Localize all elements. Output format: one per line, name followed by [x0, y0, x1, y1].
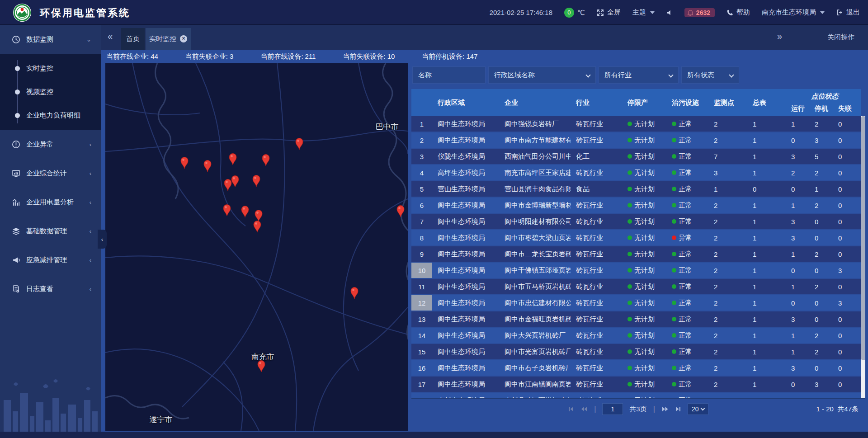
table-row[interactable]: 1阆中生态环境局阆中强锐页岩砖厂砖瓦行业无计划正常21120	[411, 116, 861, 132]
status-select[interactable]: 所有状态	[681, 66, 739, 84]
name-search-input[interactable]: 名称	[412, 66, 486, 84]
map-pin-icon[interactable]	[350, 287, 359, 299]
status-dot-icon	[672, 203, 676, 207]
map-pin-icon[interactable]	[203, 160, 212, 172]
chevron-left-icon: ‹	[90, 286, 91, 292]
map-pin-icon[interactable]	[228, 153, 237, 165]
cell-industry: 砖瓦行业	[571, 279, 622, 294]
cell-run-count: 1	[788, 328, 812, 343]
cell-region: 仪陇生态环境局	[432, 149, 499, 164]
table-row[interactable]: 10阆中生态环境局阆中千佛镇五郎垭页岩砖瓦行业无计划正常21003	[411, 263, 861, 278]
map-pin-icon[interactable]	[295, 137, 304, 150]
sidebar-item-2[interactable]: 企业综合统计‹	[0, 159, 101, 188]
map-pin-icon[interactable]	[222, 204, 231, 217]
map-pin-icon[interactable]	[261, 154, 270, 166]
table-row[interactable]: 18南部生态环境局南部县碑垭页岩机砖有砖瓦行业无计划正常62060	[411, 393, 861, 398]
cell-company: 阆中强锐页岩砖厂	[499, 116, 571, 132]
table-row[interactable]: 13阆中生态环境局阆中市金福旺页岩机砖砖瓦行业无计划正常21300	[411, 311, 861, 327]
prev-page-icon[interactable]	[580, 406, 588, 412]
cell-lost-count: 0	[835, 198, 861, 213]
tab-home[interactable]: 首页	[121, 28, 145, 50]
cell-industry: 砖瓦行业	[571, 116, 622, 132]
cell-num: 7	[411, 214, 432, 229]
cell-halt-count: 2	[812, 116, 835, 132]
sidebar-item-1[interactable]: 企业异常‹	[0, 130, 101, 159]
cell-facility-status: 正常	[666, 360, 712, 376]
sidebar-item-0[interactable]: 数据监测⌄	[0, 25, 101, 54]
notification-badge[interactable]: 2632	[684, 8, 715, 17]
tabs-scroll-left-icon[interactable]: «	[108, 31, 113, 42]
stat-label: 当前停机设备:	[422, 52, 464, 60]
map-pin-icon[interactable]	[180, 156, 189, 169]
cell-halt-count: 6	[812, 393, 835, 398]
table-row[interactable]: 11阆中生态环境局阆中市五马桥页岩机砖砖瓦行业无计划正常21120	[411, 279, 861, 294]
table-scrollbar[interactable]	[861, 116, 865, 398]
map-panel[interactable]: 巴中市南充市遂宁市	[105, 63, 408, 431]
cell-run-count: 1	[788, 116, 812, 132]
tabs-scroll-right-icon[interactable]: »	[777, 31, 782, 42]
cell-facility-status: 正常	[666, 344, 712, 359]
stat-label: 当前失联设备:	[343, 52, 385, 60]
cell-industry: 砖瓦行业	[571, 344, 622, 359]
sidebar-subitem-0[interactable]: 实时监控	[0, 57, 101, 80]
page-number-input[interactable]	[602, 403, 623, 415]
last-page-icon[interactable]	[675, 406, 681, 412]
cell-stop-status: 无计划	[622, 279, 666, 294]
org-dropdown[interactable]: 南充市生态环境局	[762, 8, 825, 17]
table-row[interactable]: 16阆中生态环境局阆中市石子页岩机砖厂砖瓦行业无计划正常21300	[411, 360, 861, 376]
industry-select[interactable]: 所有行业	[599, 66, 679, 84]
next-page-icon[interactable]	[661, 406, 669, 412]
sidebar-item-4[interactable]: 基础数据管理‹	[0, 217, 101, 245]
sidebar-item-5[interactable]: 应急减排管理‹	[0, 245, 101, 274]
table-row[interactable]: 2阆中生态环境局阆中市南方节能建材有砖瓦行业无计划正常21030	[411, 132, 861, 148]
sidebar-subitem-2[interactable]: 企业电力负荷明细	[0, 104, 101, 127]
sidebar-subitem-1[interactable]: 视频监控	[0, 80, 101, 104]
cell-num: 14	[411, 328, 432, 343]
fullscreen-button[interactable]: 全屏	[597, 8, 621, 17]
stat-item: 当前失联设备:10	[343, 52, 395, 61]
cell-region: 阆中生态环境局	[432, 295, 499, 311]
cell-industry: 砖瓦行业	[571, 132, 622, 148]
cell-lost-count: 0	[835, 165, 861, 180]
theme-dropdown[interactable]: 主题	[632, 8, 655, 17]
map-pin-icon[interactable]	[257, 360, 266, 372]
map-pin-icon[interactable]	[252, 174, 261, 187]
tab-realtime-monitor[interactable]: 实时监控 ×	[146, 28, 191, 50]
first-page-icon[interactable]	[568, 406, 574, 412]
table-row[interactable]: 12阆中生态环境局阆中市忠信建材有限公砖瓦行业无计划正常21003	[411, 295, 861, 311]
table-row[interactable]: 15阆中生态环境局阆中市光富页岩机砖厂砖瓦行业无计划正常21120	[411, 344, 861, 359]
status-dot-icon	[627, 252, 632, 256]
scrollbar-thumb[interactable]	[861, 116, 865, 360]
sidebar-collapse-button[interactable]: ‹	[98, 230, 107, 249]
region-select[interactable]: 行政区域名称	[488, 66, 596, 84]
table-row[interactable]: 8阆中生态环境局阆中市枣碧大梁山页岩砖瓦行业无计划异常21300	[411, 230, 861, 245]
table-row[interactable]: 6阆中生态环境局阆中市金博瑞新型墙材砖瓦行业无计划正常21120	[411, 198, 861, 213]
cell-facility-status: 正常	[666, 246, 712, 262]
cell-meter-count: 1	[751, 198, 788, 213]
cell-industry: 砖瓦行业	[571, 393, 622, 398]
table-row[interactable]: 14阆中生态环境局阆中大兴页岩机砖厂砖瓦行业无计划正常21120	[411, 328, 861, 343]
table-row[interactable]: 4高坪生态环境局南充市高坪区王家店建砖瓦行业无计划正常31220	[411, 165, 861, 180]
page-size-select[interactable]: 20	[688, 403, 708, 415]
status-dot-icon	[627, 170, 632, 175]
table-row[interactable]: 9阆中生态环境局阆中市二龙长宝页岩砖砖瓦行业无计划正常21120	[411, 246, 861, 262]
table-row[interactable]: 3仪陇生态环境局西南油气田分公司川中化工无计划正常71350	[411, 149, 861, 164]
cell-num: 10	[411, 263, 432, 278]
logout-button[interactable]: 退出	[836, 8, 860, 17]
close-tab-icon[interactable]: ×	[180, 35, 187, 42]
table-row[interactable]: 7阆中生态环境局阆中明阳建材有限公司砖瓦行业无计划正常21300	[411, 214, 861, 229]
close-operations-button[interactable]: 关闭操作	[827, 33, 854, 42]
mute-button[interactable]	[666, 9, 673, 16]
status-dot-icon	[627, 382, 632, 386]
sidebar-item-3[interactable]: 企业用电量分析‹	[0, 188, 101, 217]
help-button[interactable]: 帮助	[726, 8, 750, 17]
table-row[interactable]: 5营山生态环境局营山县润丰肉食品有限食品无计划正常10010	[411, 181, 861, 197]
cell-lost-count: 0	[835, 181, 861, 197]
map-pin-icon[interactable]	[396, 205, 405, 217]
map-pin-icon[interactable]	[231, 175, 240, 188]
sidebar-item-6[interactable]: 日志查看‹	[0, 274, 101, 303]
table-row[interactable]: 17阆中生态环境局阆中市江南镇阆南页岩砖瓦行业无计划正常21030	[411, 377, 861, 392]
map-pin-icon[interactable]	[253, 220, 262, 233]
map-pin-icon[interactable]	[241, 205, 250, 218]
cell-monitor-count: 6	[712, 393, 751, 398]
